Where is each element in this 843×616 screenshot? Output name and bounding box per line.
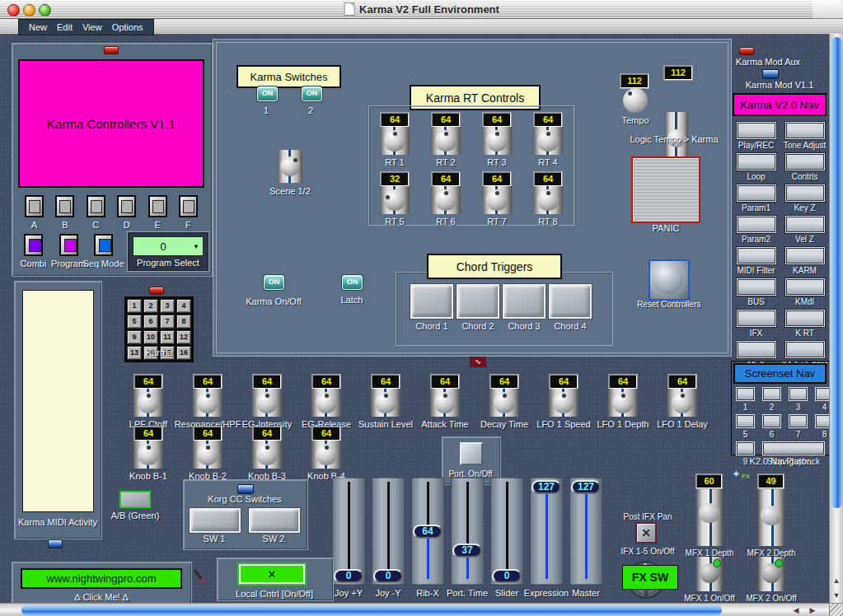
- mode-button-program[interactable]: [59, 234, 78, 256]
- toolbar-pill-button[interactable]: [813, 0, 843, 19]
- fader-value-capsule[interactable]: 127: [571, 480, 601, 494]
- nightwing-link[interactable]: www.nightwingpro.com: [21, 568, 182, 589]
- controller-button-d[interactable]: [117, 195, 136, 217]
- karma-grid-cell-5[interactable]: 5: [127, 315, 142, 329]
- knob-module[interactable]: 64Knob B-4: [300, 427, 353, 481]
- mfx-onoff-knob[interactable]: [696, 557, 723, 591]
- ifx-onoff-checkbox[interactable]: ✕: [635, 522, 657, 544]
- chord-button-chord-1[interactable]: [410, 284, 453, 319]
- nav-button-param1[interactable]: [737, 184, 776, 202]
- scroll-down-icon[interactable]: ▼: [830, 589, 843, 602]
- nav-button-key-z[interactable]: [785, 184, 825, 202]
- korg-sw1-button[interactable]: [190, 508, 241, 533]
- menu-item-options[interactable]: Options: [107, 22, 148, 32]
- stop-playback-button[interactable]: [762, 441, 825, 455]
- fader-value-capsule[interactable]: 0: [492, 569, 522, 583]
- nav-button-mfx[interactable]: [737, 341, 776, 358]
- scene-knob[interactable]: [278, 150, 302, 183]
- knob-module[interactable]: 64LPF Ctoff: [122, 375, 175, 429]
- fader-expression[interactable]: 127: [530, 478, 563, 585]
- tempo-knob[interactable]: [623, 88, 648, 113]
- knob-module[interactable]: 32RT 5: [369, 172, 420, 226]
- karma-switch-1-button[interactable]: ON: [257, 86, 278, 101]
- port-onoff-button[interactable]: [460, 442, 483, 465]
- nav-button-bus[interactable]: [737, 278, 776, 296]
- karma-grid-cell-4[interactable]: 4: [176, 299, 191, 313]
- karma-grid-cell-10[interactable]: 10: [143, 330, 158, 344]
- local-control-button[interactable]: ✕: [237, 562, 307, 586]
- latch-button[interactable]: ON: [342, 275, 363, 290]
- nav-button-contrls[interactable]: [785, 153, 825, 170]
- fader-master[interactable]: 127: [569, 478, 602, 585]
- knob-module[interactable]: 64Knob B-2: [181, 427, 234, 481]
- karma-grid-cell-3[interactable]: 3: [160, 299, 175, 313]
- nav-button-loop[interactable]: [737, 153, 776, 170]
- karma-grid-cell-8[interactable]: 8: [176, 315, 191, 329]
- nav-button-param2[interactable]: [737, 216, 776, 233]
- fader-value-capsule[interactable]: 0: [373, 569, 403, 583]
- chord-button-chord-2[interactable]: [457, 284, 499, 319]
- mfx-depth-fader[interactable]: 60: [696, 474, 723, 546]
- mode-button-combi[interactable]: [24, 234, 43, 256]
- chord-button-chord-4[interactable]: [549, 284, 592, 319]
- menu-item-new[interactable]: New: [24, 22, 52, 32]
- fader-port-time[interactable]: 37: [451, 478, 484, 585]
- knob-module[interactable]: 64RT 1: [369, 113, 420, 167]
- reset-controllers-button[interactable]: [649, 259, 690, 301]
- karma-grid-cell-6[interactable]: 6: [143, 315, 158, 329]
- nav-button-play-rec[interactable]: [737, 122, 776, 139]
- scroll-left-icon[interactable]: ◀: [789, 604, 803, 616]
- screenset-button-9[interactable]: [736, 441, 755, 455]
- knob-module[interactable]: 64RT 4: [522, 113, 574, 167]
- karma-grid-cell-1[interactable]: 1: [127, 299, 142, 313]
- screenset-button-6[interactable]: [762, 414, 781, 428]
- karma-grid-cell-2[interactable]: 2: [143, 299, 158, 313]
- panic-button[interactable]: [631, 156, 700, 223]
- mode-button-seq-mode[interactable]: [94, 234, 113, 256]
- close-window-icon[interactable]: [7, 4, 20, 16]
- fader-slider[interactable]: 0: [490, 478, 523, 585]
- ab-green-button[interactable]: [119, 491, 151, 508]
- fader-value-capsule[interactable]: 127: [532, 480, 561, 494]
- knob-module[interactable]: 64RT 6: [420, 172, 471, 226]
- mfx-depth-fader[interactable]: 49: [758, 474, 784, 546]
- controller-button-a[interactable]: [25, 195, 44, 217]
- controller-button-c[interactable]: [87, 195, 105, 217]
- fader-rib-x[interactable]: 64: [411, 478, 444, 585]
- korg-sw2-button[interactable]: [249, 508, 300, 533]
- screenset-button-2[interactable]: [762, 387, 781, 401]
- knob-module[interactable]: 64EG-Intensity: [241, 375, 293, 429]
- knob-module[interactable]: 64RT 8: [522, 172, 574, 226]
- karma-grid-cell-11[interactable]: 11: [160, 330, 175, 344]
- screenset-button-7[interactable]: [789, 414, 808, 428]
- menu-item-view[interactable]: View: [77, 22, 107, 32]
- nav-button-vel-z[interactable]: [785, 216, 825, 233]
- resize-grip[interactable]: [829, 603, 843, 616]
- zoom-window-icon[interactable]: [39, 4, 51, 16]
- vertical-scrollbar[interactable]: ▲ ▼: [829, 34, 843, 603]
- screenset-button-5[interactable]: [736, 414, 755, 428]
- fader-value-capsule[interactable]: 37: [452, 544, 482, 558]
- horizontal-scrollbar[interactable]: ◀ ▶: [0, 603, 829, 616]
- karma-switch-2-button[interactable]: ON: [302, 86, 322, 101]
- knob-module[interactable]: 64Knob B-1: [122, 427, 175, 481]
- controller-button-b[interactable]: [55, 195, 74, 217]
- karma-grid-cell-9[interactable]: 9: [127, 330, 142, 344]
- knob-module[interactable]: 64RT 2: [420, 113, 471, 167]
- controller-button-e[interactable]: [148, 195, 167, 217]
- knob-module[interactable]: 64LFO 1 Speed: [537, 375, 590, 429]
- fader-value-capsule[interactable]: 0: [334, 569, 363, 583]
- knob-module[interactable]: 64Sustain Level: [359, 375, 412, 429]
- nav-button-karm[interactable]: [785, 247, 825, 264]
- mfx-onoff-knob[interactable]: [758, 557, 784, 591]
- screenset-button-1[interactable]: [736, 387, 755, 401]
- knob-module[interactable]: 64Knob B-3: [241, 427, 293, 481]
- knob-module[interactable]: 64Attack Time: [419, 375, 471, 429]
- knob-module[interactable]: 64EG-Release: [300, 375, 353, 429]
- menu-item-edit[interactable]: Edit: [52, 22, 77, 32]
- knob-module[interactable]: 64LFO 1 Delay: [656, 375, 709, 429]
- horizontal-scrollbar-thumb[interactable]: [21, 605, 722, 615]
- chord-button-chord-3[interactable]: [503, 284, 546, 319]
- nav-button-k1-1-editor[interactable]: [785, 341, 825, 358]
- fx-sw-button[interactable]: FX SW: [622, 565, 678, 590]
